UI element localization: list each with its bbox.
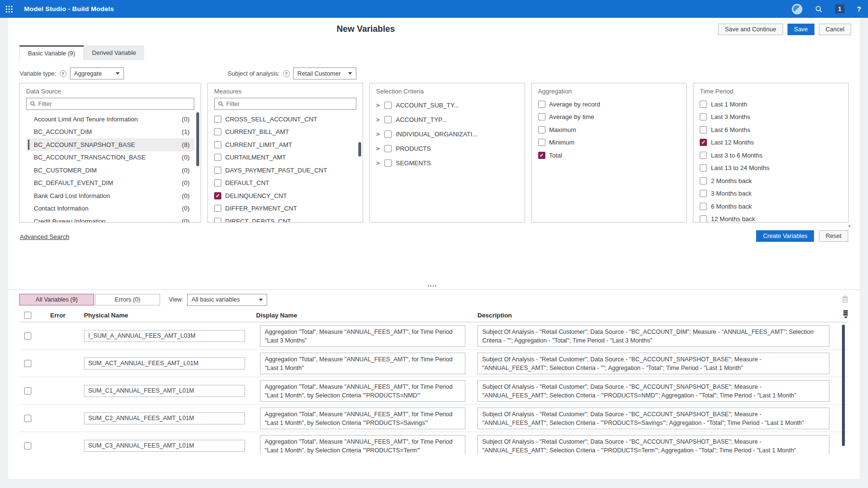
checkbox-icon[interactable]	[700, 101, 707, 108]
checkbox-icon[interactable]	[700, 139, 707, 146]
tab-all-variables[interactable]: All Variables (9)	[19, 294, 94, 305]
checkbox-icon[interactable]	[538, 152, 545, 159]
aggregation-item[interactable]: Average by record	[538, 98, 680, 111]
description-box[interactable]: Subject Of Analysis - "Retail Customer";…	[477, 353, 829, 374]
expand-chevron-icon[interactable]	[376, 102, 380, 109]
column-description[interactable]: Description	[468, 312, 849, 319]
checkbox-icon[interactable]	[384, 131, 392, 138]
column-physical-name[interactable]: Physical Name	[80, 312, 252, 319]
time-period-item[interactable]: Last 13 to 24 Months	[700, 162, 842, 175]
data-source-item[interactable]: BC_ACCOUNT_TRANSACTION_BASE (0)	[26, 151, 194, 164]
physical-name-input[interactable]	[84, 412, 245, 424]
aggregation-item[interactable]: Maximum	[538, 123, 680, 136]
measure-item[interactable]: CURTAILMENT_AMT	[214, 151, 356, 164]
help-icon[interactable]: ?	[857, 5, 861, 13]
table-scrollbar[interactable]	[842, 325, 845, 454]
time-period-item[interactable]: Last 6 Months	[700, 123, 842, 136]
notification-badge[interactable]: 1	[835, 4, 844, 13]
subject-of-analysis-select[interactable]: Retail Customer	[293, 67, 356, 79]
time-period-item[interactable]: 2 Months back	[700, 174, 842, 187]
data-source-filter-input[interactable]	[38, 101, 190, 107]
expand-chevron-icon[interactable]	[376, 159, 380, 167]
checkbox-icon[interactable]	[214, 205, 221, 212]
save-button[interactable]: Save	[787, 24, 815, 35]
data-source-filter[interactable]	[26, 98, 194, 110]
time-period-item[interactable]: Last 3 to 6 Months	[700, 149, 842, 162]
description-box[interactable]: Subject Of Analysis - "Retail Customer";…	[477, 408, 829, 429]
checkbox-icon[interactable]	[214, 141, 221, 148]
selection-criteria-item[interactable]: ACCOUNT_TYP...	[376, 112, 518, 127]
time-period-item[interactable]: Last 1 Month	[700, 98, 842, 111]
row-checkbox[interactable]	[24, 442, 31, 449]
checkbox-icon[interactable]	[700, 203, 707, 210]
data-source-scrollbar[interactable]	[196, 112, 199, 166]
checkbox-icon[interactable]	[384, 159, 392, 167]
display-name-box[interactable]: Aggregation "Total", Measure "ANNUAL_FEE…	[260, 325, 465, 347]
measure-item[interactable]: CROSS_SELL_ACCOUNT_CNT	[214, 113, 356, 126]
description-box[interactable]: Subject Of Analysis - "Retail Customer";…	[477, 435, 829, 455]
search-icon[interactable]	[815, 5, 823, 13]
description-box[interactable]: Subject Of Analysis - "Retail Customer";…	[477, 325, 829, 347]
display-name-box[interactable]: Aggregation "Total", Measure "ANNUAL_FEE…	[260, 408, 465, 429]
variable-type-info-icon[interactable]: ?	[60, 70, 67, 77]
checkbox-icon[interactable]	[700, 164, 707, 171]
create-variables-button[interactable]: Create Variables	[756, 230, 814, 242]
data-source-item[interactable]: BC_DEFAULT_EVENT_DIM (0)	[26, 177, 194, 190]
checkbox-icon[interactable]	[700, 113, 707, 120]
measure-item[interactable]: DEFAULT_CNT	[214, 177, 356, 190]
physical-name-input[interactable]	[84, 385, 245, 397]
row-checkbox[interactable]	[24, 360, 31, 367]
pane-splitter-handle[interactable]	[428, 285, 436, 287]
row-checkbox[interactable]	[24, 415, 31, 422]
save-and-continue-button[interactable]: Save and Continue	[718, 24, 783, 35]
aggregation-item[interactable]: Minimum	[538, 136, 680, 149]
physical-name-input[interactable]	[84, 440, 245, 452]
checkbox-icon[interactable]	[538, 101, 545, 108]
column-display-name[interactable]: Display Name	[252, 312, 468, 319]
selection-criteria-item[interactable]: PRODUCTS	[376, 141, 518, 156]
tab-basic-variable[interactable]: Basic Variable (9)	[19, 45, 84, 60]
data-source-item[interactable]: BC_CUSTOMER_DIM (0)	[26, 164, 194, 177]
checkbox-icon[interactable]	[538, 113, 545, 120]
checkbox-icon[interactable]	[538, 126, 545, 133]
checkbox-icon[interactable]	[538, 139, 545, 146]
measure-item[interactable]: DELINQUENCY_CNT	[214, 189, 356, 202]
cancel-button[interactable]: Cancel	[819, 24, 851, 35]
expand-chevron-icon[interactable]	[376, 131, 380, 138]
checkbox-icon[interactable]	[214, 154, 221, 161]
time-period-item[interactable]: 12 Months back	[700, 213, 842, 223]
expand-chevron-icon[interactable]	[376, 145, 380, 152]
measures-filter[interactable]	[214, 98, 356, 110]
measure-item[interactable]: DIRECT_DEBITS_CNT	[214, 215, 356, 223]
checkbox-icon[interactable]	[700, 177, 707, 185]
view-select[interactable]: All basic variables	[187, 294, 267, 306]
display-name-box[interactable]: Aggregation "Total", Measure "ANNUAL_FEE…	[260, 435, 465, 455]
checkbox-icon[interactable]	[384, 145, 392, 152]
data-source-item[interactable]: Bank Card Lost Information (0)	[26, 189, 194, 202]
checkbox-icon[interactable]	[700, 126, 707, 133]
select-all-checkbox[interactable]	[24, 312, 31, 319]
physical-name-input[interactable]	[84, 330, 245, 342]
selection-criteria-item[interactable]: SEGMENTS	[376, 156, 518, 170]
reset-button[interactable]: Reset	[819, 230, 848, 242]
checkbox-icon[interactable]	[384, 116, 392, 123]
checkbox-icon[interactable]	[214, 128, 221, 135]
physical-name-input[interactable]	[84, 357, 245, 369]
data-source-item[interactable]: BC_ACCOUNT_SNAPSHOT_BASE (8)	[26, 138, 194, 151]
aggregation-item[interactable]: Total	[538, 149, 680, 162]
column-error[interactable]: Error	[36, 312, 80, 319]
measure-item[interactable]: DIFFER_PAYMENT_CNT	[214, 202, 356, 215]
row-checkbox[interactable]	[24, 387, 31, 395]
display-name-box[interactable]: Aggregation "Total", Measure "ANNUAL_FEE…	[260, 353, 465, 374]
checkbox-icon[interactable]	[214, 218, 221, 223]
checkbox-icon[interactable]	[214, 116, 221, 123]
measure-item[interactable]: CURRENT_LIMIT_AMT	[214, 138, 356, 151]
data-source-item[interactable]: BC_ACCOUNT_DIM (1)	[26, 126, 194, 139]
checkbox-icon[interactable]	[214, 179, 221, 186]
checkbox-icon[interactable]	[700, 190, 707, 197]
measures-filter-input[interactable]	[226, 101, 353, 107]
time-period-item[interactable]: 3 Months back	[700, 187, 842, 200]
time-period-item[interactable]: 6 Months back	[700, 200, 842, 213]
measure-item[interactable]: CURRENT_BILL_AMT	[214, 126, 356, 139]
advanced-search-link[interactable]: Advanced Search	[20, 233, 69, 240]
